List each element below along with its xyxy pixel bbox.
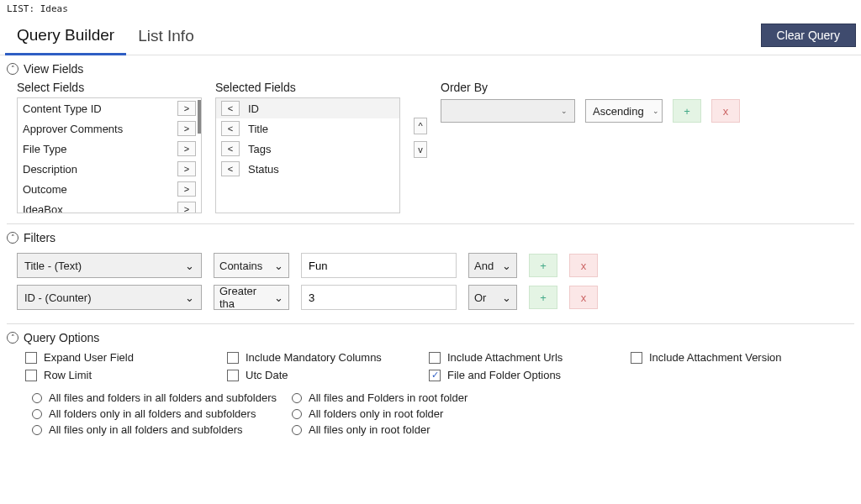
radio-all-files-folders-root[interactable] — [292, 393, 302, 403]
section-query-options: ˄ Query Options Expand User Field Includ… — [0, 324, 861, 441]
add-field-button[interactable]: > — [177, 101, 196, 116]
order-by-label: Order By — [441, 81, 854, 94]
filter-field-select[interactable]: ID - (Counter)⌄ — [17, 285, 202, 310]
filter-operator-select[interactable]: Greater tha⌄ — [214, 285, 289, 310]
add-field-button[interactable]: > — [177, 121, 196, 136]
section-filters: ˄ Filters Title - (Text)⌄ Contains⌄ And⌄… — [0, 224, 861, 318]
chevron-up-icon[interactable]: ˄ — [7, 232, 18, 244]
breadcrumb-list-name: Ideas — [40, 3, 68, 14]
checkbox-expand-user-field[interactable] — [25, 352, 37, 364]
list-item[interactable]: Description> — [18, 159, 201, 179]
radio-all-files-root[interactable] — [292, 425, 302, 435]
order-by-direction-select[interactable]: Ascending⌄ — [585, 99, 663, 123]
remove-filter-button[interactable]: x — [569, 254, 598, 277]
chevron-down-icon: ⌄ — [185, 260, 194, 272]
chevron-down-icon: ⌄ — [502, 260, 511, 272]
checkbox-include-attachment-urls[interactable] — [429, 352, 441, 364]
chevron-down-icon: ⌄ — [652, 107, 659, 115]
selected-fields-label: Selected Fields — [215, 81, 400, 94]
list-item[interactable]: Content Type ID> — [18, 98, 201, 118]
list-item[interactable]: Outcome> — [18, 179, 201, 199]
checkbox-row-limit[interactable] — [25, 370, 37, 381]
list-item[interactable]: <Status — [216, 159, 399, 179]
remove-field-button[interactable]: < — [221, 161, 240, 176]
chevron-down-icon: ⌄ — [274, 291, 283, 304]
filter-value-input[interactable] — [301, 253, 457, 278]
tab-list-info[interactable]: List Info — [126, 22, 206, 54]
section-view-fields: ˄ View Fields Select Fields Content Type… — [0, 55, 861, 218]
chevron-down-icon: ⌄ — [561, 107, 568, 115]
filter-row: Title - (Text)⌄ Contains⌄ And⌄ + x — [7, 249, 854, 281]
available-fields-list: Content Type ID> Approver Comments> File… — [17, 97, 202, 213]
filter-value-input[interactable] — [301, 285, 457, 310]
order-by-field-select[interactable]: ⌄ — [441, 99, 575, 123]
checkbox-include-attachment-version[interactable] — [631, 352, 642, 364]
move-up-button[interactable]: ^ — [414, 118, 427, 134]
checkbox-include-mandatory[interactable] — [227, 352, 239, 364]
breadcrumb-prefix: LIST: — [7, 3, 34, 14]
list-item[interactable]: <Tags — [216, 139, 399, 159]
clear-query-button[interactable]: Clear Query — [761, 24, 856, 47]
add-filter-button[interactable]: + — [529, 286, 557, 309]
remove-field-button[interactable]: < — [221, 121, 240, 136]
select-fields-label: Select Fields — [17, 81, 202, 94]
move-down-button[interactable]: v — [414, 141, 427, 158]
filter-operator-select[interactable]: Contains⌄ — [214, 253, 289, 278]
radio-all-folders-recursive[interactable] — [32, 409, 42, 419]
tab-bar: Query Builder List Info Clear Query — [0, 21, 861, 55]
add-field-button[interactable]: > — [177, 141, 196, 156]
list-item[interactable]: Approver Comments> — [18, 118, 201, 139]
remove-filter-button[interactable]: x — [569, 286, 598, 309]
list-item[interactable]: File Type> — [18, 139, 201, 159]
chevron-down-icon: ⌄ — [185, 291, 194, 304]
add-field-button[interactable]: > — [177, 202, 196, 213]
add-field-button[interactable]: > — [177, 161, 196, 176]
filter-row: ID - (Counter)⌄ Greater tha⌄ Or⌄ + x — [7, 281, 854, 313]
radio-all-files-recursive[interactable] — [32, 425, 42, 435]
remove-field-button[interactable]: < — [221, 101, 240, 116]
chevron-up-icon[interactable]: ˄ — [7, 63, 18, 75]
chevron-down-icon: ⌄ — [502, 291, 511, 304]
chevron-up-icon[interactable]: ˄ — [7, 332, 18, 344]
section-title: View Fields — [24, 62, 83, 76]
chevron-down-icon: ⌄ — [274, 260, 283, 272]
filter-conjunction-select[interactable]: And⌄ — [468, 253, 517, 278]
add-orderby-button[interactable]: + — [673, 99, 701, 123]
radio-all-files-folders-recursive[interactable] — [32, 393, 42, 403]
breadcrumb: LIST: Ideas — [0, 0, 861, 18]
section-title: Filters — [24, 231, 55, 244]
list-item[interactable]: <Title — [216, 118, 399, 139]
filter-conjunction-select[interactable]: Or⌄ — [468, 285, 517, 310]
add-filter-button[interactable]: + — [529, 254, 557, 277]
list-item[interactable]: <ID — [216, 98, 399, 118]
add-field-button[interactable]: > — [177, 181, 196, 197]
list-item[interactable]: IdeaBox> — [18, 199, 201, 213]
checkbox-file-folder-options[interactable] — [429, 370, 441, 381]
section-title: Query Options — [24, 331, 99, 344]
tab-query-builder[interactable]: Query Builder — [5, 21, 126, 55]
remove-field-button[interactable]: < — [221, 141, 240, 156]
selected-fields-list: <ID <Title <Tags <Status — [215, 97, 400, 213]
filter-field-select[interactable]: Title - (Text)⌄ — [17, 253, 202, 278]
radio-all-folders-root[interactable] — [292, 409, 302, 419]
file-folder-options-group: All files and folders in all folders and… — [7, 381, 854, 436]
checkbox-utc-date[interactable] — [227, 370, 239, 381]
remove-orderby-button[interactable]: x — [711, 99, 740, 123]
